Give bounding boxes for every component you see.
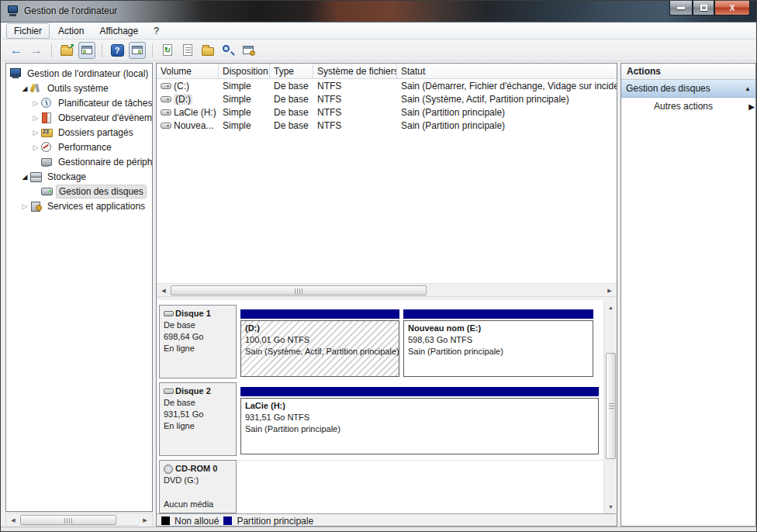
- partition-h[interactable]: LaCie (H:) 931,51 Go NTFS Sain (Partitio…: [240, 387, 599, 456]
- actions-item-autres-actions[interactable]: Autres actions ▶: [621, 98, 755, 115]
- volume-list-horizontal-scrollbar[interactable]: ◀ ▶: [157, 283, 617, 296]
- column-header-statut[interactable]: Statut: [397, 64, 617, 78]
- show-action-pane-button[interactable]: [129, 42, 146, 59]
- toolbar: ← → ? ↻: [2, 40, 757, 61]
- column-header-volume[interactable]: Volume: [157, 64, 219, 78]
- partition-e[interactable]: Nouveau nom (E:) 598,63 Go NTFS Sain (Pa…: [403, 309, 593, 378]
- open-folder-button[interactable]: [199, 42, 216, 59]
- help-icon: ?: [111, 44, 124, 57]
- disk-view-vertical-scrollbar[interactable]: ▲ ▼: [603, 300, 617, 513]
- tree-item-observateur[interactable]: ▷ Observateur d'événements: [6, 110, 152, 125]
- search-button[interactable]: [219, 42, 237, 59]
- tree-item-services-applications[interactable]: ▷ Services et applications: [6, 199, 152, 213]
- collapsed-arrow-icon[interactable]: ▷: [31, 114, 40, 122]
- collapsed-arrow-icon[interactable]: ▷: [20, 202, 29, 210]
- volume-list-header: Volume Disposition Type Système de fichi…: [157, 64, 617, 79]
- volume-row-c[interactable]: (C:) Simple De base NTFS Sain (Démarrer,…: [157, 79, 617, 92]
- show-console-tree-button[interactable]: [78, 42, 95, 59]
- actions-header: Actions: [621, 64, 755, 80]
- partition-d[interactable]: (D:) 100,01 Go NTFS Sain (Système, Actif…: [240, 309, 399, 378]
- volume-row-lacie[interactable]: LaCie (H:) Simple De base NTFS Sain (Par…: [157, 105, 617, 119]
- menu-fichier[interactable]: Fichier: [6, 23, 50, 39]
- cdrom-empty-area: [237, 460, 603, 513]
- collapsed-arrow-icon[interactable]: ▷: [31, 129, 40, 136]
- minimize-button[interactable]: [669, 1, 693, 16]
- close-icon: X: [730, 4, 735, 12]
- menu-bar: Fichier Action Affichage ?: [2, 22, 757, 40]
- cdrom-icon: [164, 465, 174, 473]
- volume-row-nouveau[interactable]: Nouvea... Simple De base NTFS Sain (Part…: [157, 119, 617, 132]
- partition-color-bar: [240, 387, 599, 396]
- tree-item-computer-management[interactable]: Gestion de l'ordinateur (local): [6, 66, 152, 81]
- services-icon: [29, 201, 42, 211]
- task-scheduler-icon: [40, 98, 53, 108]
- column-header-disposition[interactable]: Disposition: [219, 64, 270, 78]
- scrollbar-thumb[interactable]: [171, 285, 427, 295]
- unallocated-swatch: [161, 516, 170, 525]
- window-title: Gestion de l'ordinateur: [24, 5, 117, 16]
- storage-icon: [29, 171, 42, 181]
- tools-icon: [29, 83, 42, 93]
- disk-icon: [164, 389, 174, 394]
- tree-item-outils-systeme[interactable]: ◢ Outils système: [6, 81, 152, 95]
- disk1-info-panel[interactable]: Disque 1 De base 698,64 Go En ligne: [159, 305, 237, 378]
- disk2-info-panel[interactable]: Disque 2 De base 931,51 Go En ligne: [159, 382, 237, 456]
- scroll-up-arrow[interactable]: ▲: [605, 301, 617, 313]
- app-icon: [6, 5, 20, 18]
- export-button[interactable]: [58, 42, 75, 59]
- collapse-arrow-icon[interactable]: ▲: [745, 85, 751, 92]
- scrollbar-thumb[interactable]: [20, 515, 116, 525]
- collapsed-arrow-icon[interactable]: ▷: [31, 143, 40, 151]
- submenu-arrow-icon: ▶: [748, 102, 755, 111]
- manage-window-icon: [243, 46, 254, 54]
- tree-item-gestionnaire-peripheriques[interactable]: Gestionnaire de périphériques: [6, 154, 152, 169]
- scroll-right-arrow[interactable]: ▶: [603, 285, 616, 296]
- scroll-right-arrow[interactable]: ▶: [139, 514, 151, 526]
- properties-button[interactable]: [179, 42, 196, 59]
- disk-graphical-view: Disque 1 De base 698,64 Go En ligne (D:)…: [157, 300, 617, 513]
- column-header-type[interactable]: Type: [270, 64, 313, 78]
- search-icon: [221, 43, 235, 57]
- toolbar-separator: [51, 43, 52, 57]
- back-button[interactable]: ←: [8, 42, 25, 59]
- actions-group-disk-management[interactable]: Gestion des disques ▲: [621, 80, 755, 98]
- title-bar[interactable]: Gestion de l'ordinateur X: [1, 1, 756, 22]
- volume-icon: [161, 96, 171, 102]
- expanded-arrow-icon[interactable]: ◢: [20, 173, 29, 181]
- disk-icon: [164, 311, 174, 316]
- gear-icon: [250, 50, 255, 56]
- forward-button[interactable]: →: [28, 42, 45, 59]
- back-icon: ←: [10, 44, 22, 57]
- column-header-filesystem[interactable]: Système de fichiers: [313, 64, 397, 78]
- volume-row-d[interactable]: (D:) Simple De base NTFS Sain (Système, …: [157, 92, 617, 105]
- close-button[interactable]: X: [714, 1, 750, 16]
- tree-horizontal-scrollbar[interactable]: ◀ ▶: [5, 513, 153, 526]
- expanded-arrow-icon[interactable]: ◢: [20, 85, 29, 92]
- manage-button[interactable]: [240, 42, 257, 59]
- console-tree: Gestion de l'ordinateur (local) ◢ Outils…: [5, 63, 153, 512]
- cdrom-info-panel[interactable]: CD-ROM 0 DVD (G:) Aucun média: [159, 460, 237, 513]
- toolbar-separator: [102, 43, 102, 57]
- tree-item-performance[interactable]: ▷ Performance: [6, 140, 152, 154]
- partition-color-bar: [240, 309, 399, 319]
- minimize-icon: [677, 7, 685, 9]
- scroll-down-arrow[interactable]: ▼: [605, 500, 617, 513]
- tree-item-planificateur[interactable]: ▷ Planificateur de tâches: [6, 95, 152, 110]
- tree-item-gestion-des-disques[interactable]: Gestion des disques: [6, 184, 152, 199]
- scroll-left-arrow[interactable]: ◀: [157, 285, 170, 296]
- status-bar: [1, 527, 756, 531]
- disk-row-1: Disque 1 De base 698,64 Go En ligne (D:)…: [159, 305, 603, 378]
- scrollbar-thumb[interactable]: [606, 353, 616, 459]
- tree-item-stockage[interactable]: ◢ Stockage: [6, 169, 152, 184]
- device-manager-icon: [40, 157, 53, 167]
- help-button[interactable]: ?: [109, 42, 126, 59]
- collapsed-arrow-icon[interactable]: ▷: [31, 99, 40, 107]
- scroll-left-arrow[interactable]: ◀: [7, 514, 19, 526]
- menu-affichage[interactable]: Affichage: [92, 24, 145, 38]
- menu-help[interactable]: ?: [147, 24, 166, 38]
- menu-action[interactable]: Action: [51, 24, 91, 38]
- maximize-button[interactable]: [693, 1, 714, 16]
- tree-item-dossiers-partages[interactable]: ▷ Dossiers partagés: [6, 125, 152, 140]
- refresh-button[interactable]: ↻: [159, 42, 176, 59]
- actions-panel: Actions Gestion des disques ▲ Autres act…: [620, 63, 756, 527]
